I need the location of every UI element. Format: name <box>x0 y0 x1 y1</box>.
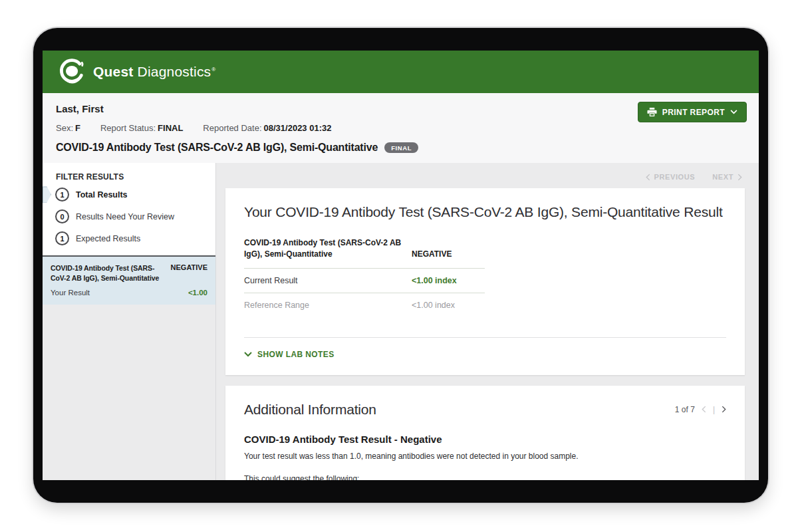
filter-label: Expected Results <box>76 234 140 243</box>
filter-title: FILTER RESULTS <box>43 172 215 182</box>
screen: Quest Diagnostics® Last, First Sex:F Rep… <box>43 51 759 480</box>
previous-result-button[interactable]: PREVIOUS <box>646 173 696 181</box>
table-row: Reference Range <1.00 index <box>244 293 485 317</box>
final-status-badge: FINAL <box>384 142 418 153</box>
row-label: Reference Range <box>244 301 412 310</box>
chevron-right-icon <box>722 406 726 413</box>
info-paragraph: This could suggest the following: <box>244 473 726 480</box>
patient-meta: Sex:F Report Status:FINAL Reported Date:… <box>56 123 747 133</box>
additional-info-card: Additional Information 1 of 7 | <box>225 386 745 480</box>
result-navigation: PREVIOUS NEXT <box>225 163 745 188</box>
result-name: COVID-19 Antibody Test (SARS-CoV-2 AB Ig… <box>51 263 165 283</box>
your-result-label: Your Result <box>51 289 90 297</box>
pager-separator: | <box>713 405 715 414</box>
report-status: Report Status:FINAL <box>100 123 183 133</box>
filter-panel: FILTER RESULTS 1 Total Results 0 Results… <box>43 163 215 255</box>
printer-icon <box>647 107 657 117</box>
info-prev-page-button[interactable] <box>702 406 706 413</box>
your-result-value: <1.00 <box>188 289 207 297</box>
count-badge: 0 <box>55 209 69 223</box>
filter-label: Results Need Your Review <box>76 212 174 221</box>
result-status: NEGATIVE <box>171 263 207 283</box>
test-name-header: COVID-19 Antibody Test (SARS-CoV-2 AB Ig… <box>244 237 412 261</box>
show-lab-notes-toggle[interactable]: SHOW LAB NOTES <box>244 350 726 359</box>
info-pager: 1 of 7 | <box>675 405 726 414</box>
content-area: FILTER RESULTS 1 Total Results 0 Results… <box>43 163 759 480</box>
patient-header: Last, First Sex:F Report Status:FINAL Re… <box>43 93 759 163</box>
table-row: Current Result <1.00 index <box>244 269 485 293</box>
quest-logo-icon <box>59 58 86 86</box>
row-value: <1.00 index <box>412 301 485 310</box>
result-list-item[interactable]: COVID-19 Antibody Test (SARS-CoV-2 AB Ig… <box>43 255 215 305</box>
info-heading: COVID-19 Antibody Test Result - Negative <box>244 434 726 445</box>
result-card-title: Your COVID-19 Antibody Test (SARS-CoV-2 … <box>244 204 726 220</box>
main-panel: PREVIOUS NEXT Your COVID-19 Antibody Tes… <box>216 163 759 480</box>
next-result-button[interactable]: NEXT <box>712 173 742 181</box>
info-paragraph: Your test result was less than 1.0, mean… <box>244 450 726 462</box>
count-badge: 1 <box>55 231 69 245</box>
reported-date: Reported Date:08/31/2023 01:32 <box>203 123 331 133</box>
result-table: COVID-19 Antibody Test (SARS-CoV-2 AB Ig… <box>244 237 485 317</box>
result-card: Your COVID-19 Antibody Test (SARS-CoV-2 … <box>225 188 745 375</box>
filter-label: Total Results <box>76 190 128 200</box>
page-indicator: 1 of 7 <box>675 405 695 414</box>
count-badge: 1 <box>55 188 69 201</box>
app-header: Quest Diagnostics® <box>43 51 759 93</box>
brand-logo: Quest Diagnostics® <box>59 58 215 86</box>
filter-need-review[interactable]: 0 Results Need Your Review <box>43 207 215 225</box>
table-header-row: COVID-19 Antibody Test (SARS-CoV-2 AB Ig… <box>244 237 485 269</box>
print-report-button[interactable]: PRINT REPORT <box>638 102 747 122</box>
chevron-down-icon <box>730 110 737 114</box>
additional-info-title: Additional Information <box>244 402 376 418</box>
results-sidebar: FILTER RESULTS 1 Total Results 0 Results… <box>43 163 216 480</box>
filter-total-results[interactable]: 1 Total Results <box>43 186 215 203</box>
report-title: COVID-19 Antibody Test (SARS-CoV-2 AB Ig… <box>56 142 378 154</box>
row-value: <1.00 index <box>412 276 485 285</box>
tablet-frame: Quest Diagnostics® Last, First Sex:F Rep… <box>33 28 768 503</box>
chevron-left-icon <box>646 174 650 181</box>
chevron-down-icon <box>244 352 252 357</box>
test-status-header: NEGATIVE <box>412 249 485 260</box>
chevron-left-icon <box>702 406 706 413</box>
divider <box>244 337 726 338</box>
filter-expected-results[interactable]: 1 Expected Results <box>43 229 215 247</box>
patient-sex: Sex:F <box>56 123 80 133</box>
info-next-page-button[interactable] <box>722 406 726 413</box>
row-label: Current Result <box>244 276 412 285</box>
selected-pointer-icon <box>43 186 51 203</box>
page-background: Quest Diagnostics® Last, First Sex:F Rep… <box>0 0 798 532</box>
chevron-right-icon <box>737 174 742 181</box>
brand-name: Quest Diagnostics® <box>93 64 215 80</box>
